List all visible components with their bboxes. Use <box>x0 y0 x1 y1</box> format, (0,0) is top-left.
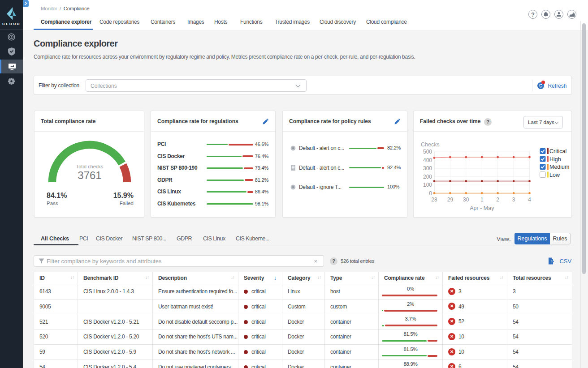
svg-text:500: 500 <box>423 149 432 155</box>
svg-text:300: 300 <box>423 165 432 171</box>
svg-text:Apr - May: Apr - May <box>470 205 494 211</box>
svg-text:Low: Low <box>549 172 560 178</box>
svg-text:1: 1 <box>480 197 484 203</box>
svg-text:3: 3 <box>512 197 515 203</box>
svg-text:29: 29 <box>447 197 454 203</box>
svg-text:Medium: Medium <box>549 164 569 170</box>
svg-text:0: 0 <box>429 190 432 197</box>
svg-text:Critical: Critical <box>549 148 566 154</box>
svg-text:400: 400 <box>423 157 432 163</box>
svg-text:30: 30 <box>463 197 469 203</box>
svg-text:100: 100 <box>423 182 432 188</box>
svg-text:28: 28 <box>431 197 437 203</box>
svg-text:Checks: Checks <box>421 141 440 148</box>
svg-text:High: High <box>549 156 561 163</box>
svg-text:200: 200 <box>423 174 432 180</box>
svg-text:2: 2 <box>496 197 499 203</box>
svg-text:4: 4 <box>528 197 531 203</box>
